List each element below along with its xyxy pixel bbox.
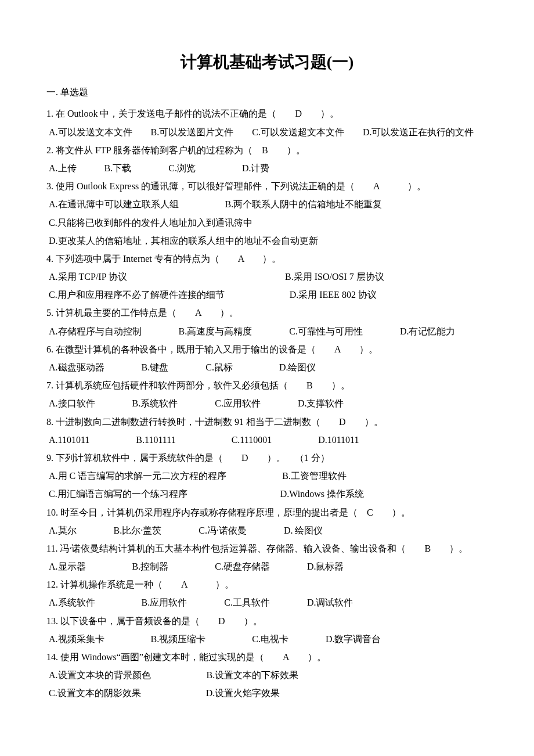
question-stem: 10. 时至今日，计算机仍采用程序内存或称存储程序原理，原理的提出者是（ C ）… <box>46 503 488 521</box>
question-options: A.存储程序与自动控制 B.高速度与高精度 C.可靠性与可用性 D.有记忆能力 <box>46 322 488 340</box>
question-options: A.可以发送文本文件 B.可以发送图片文件 C.可以发送超文本文件 D.可以发送… <box>46 123 488 141</box>
question-list: 1. 在 Outlook 中，关于发送电子邮件的说法不正确的是（ D ）。A.可… <box>46 105 488 702</box>
question-options: A.上传 B.下载 C.浏览 D.计费 <box>46 159 488 177</box>
question-stem: 2. 将文件从 FTP 服务器传输到客户机的过程称为（ B ）。 <box>46 141 488 159</box>
question-options: C.设置文本的阴影效果 D.设置火焰字效果 <box>46 684 488 702</box>
question-stem: 7. 计算机系统应包括硬件和软件两部分，软件又必须包括（ B ）。 <box>46 376 488 394</box>
question-stem: 9. 下列计算机软件中，属于系统软件的是（ D ）。 （1 分） <box>46 449 488 467</box>
question-options: A.磁盘驱动器 B.键盘 C.鼠标 D.绘图仪 <box>46 358 488 376</box>
question-stem: 8. 十进制数向二进制数进行转换时，十进制数 91 相当于二进制数（ D ）。 <box>46 413 488 431</box>
question-options: A.视频采集卡 B.视频压缩卡 C.电视卡 D.数字调音台 <box>46 630 488 648</box>
question-stem: 3. 使用 Outlook Express 的通讯簿，可以很好管理邮件，下列说法… <box>46 177 488 195</box>
question-options: A.采用 TCP/IP 协议 B.采用 ISO/OSI 7 层协议 <box>46 268 488 286</box>
question-options: A.设置文本块的背景颜色 B.设置文本的下标效果 <box>46 666 488 684</box>
question-options: A.用 C 语言编写的求解一元二次方程的程序 B.工资管理软件 <box>46 467 488 485</box>
question-options: A.1101011 B.1101111 C.1110001 D.1011011 <box>46 431 488 449</box>
question-options: A.接口软件 B.系统软件 C.应用软件 D.支撑软件 <box>46 394 488 412</box>
question-options: A.显示器 B.控制器 C.硬盘存储器 D.鼠标器 <box>46 557 488 575</box>
question-stem: 6. 在微型计算机的各种设备中，既用于输入又用于输出的设备是（ A ）。 <box>46 340 488 358</box>
question-options: A.在通讯簿中可以建立联系人组 B.两个联系人阴中的信箱地址不能重复 <box>46 195 488 213</box>
question-options: A.系统软件 B.应用软件 C.工具软件 D.调试软件 <box>46 593 488 611</box>
question-stem: 1. 在 Outlook 中，关于发送电子邮件的说法不正确的是（ D ）。 <box>46 105 488 123</box>
question-stem: 5. 计算机最主要的工作特点是（ A ）。 <box>46 304 488 322</box>
question-options: C.用汇编语言编写的一个练习程序 D.Windows 操作系统 <box>46 485 488 503</box>
question-stem: 4. 下列选项中属于 Internet 专有的特点为（ A ）。 <box>46 250 488 268</box>
question-options: C.用户和应用程序不必了解硬件连接的细节 D.采用 IEEE 802 协议 <box>46 286 488 304</box>
question-options: A.莫尔 B.比尔·盖茨 C.冯·诺依曼 D. 绘图仪 <box>46 521 488 539</box>
question-options: C.只能将已收到邮件的发件人地址加入到通讯簿中 <box>46 214 488 232</box>
section-header: 一. 单选题 <box>46 84 488 101</box>
page-content: 计算机基础考试习题(一) 一. 单选题 1. 在 Outlook 中，关于发送电… <box>0 0 534 737</box>
page-title: 计算机基础考试习题(一) <box>46 51 488 73</box>
question-stem: 14. 使用 Windows“画图”创建文本时，能过实现的是（ A ）。 <box>46 648 488 666</box>
question-stem: 12. 计算机操作系统是一种（ A ）。 <box>46 575 488 593</box>
question-stem: 11. 冯·诺依曼结构计算机的五大基本构件包括运算器、存储器、输入设备、输出设备… <box>46 539 488 557</box>
question-stem: 13. 以下设备中，属于音频设备的是（ D ）。 <box>46 612 488 630</box>
question-options: D.更改某人的信箱地址，其相应的联系人组中的地址不会自动更新 <box>46 232 488 250</box>
